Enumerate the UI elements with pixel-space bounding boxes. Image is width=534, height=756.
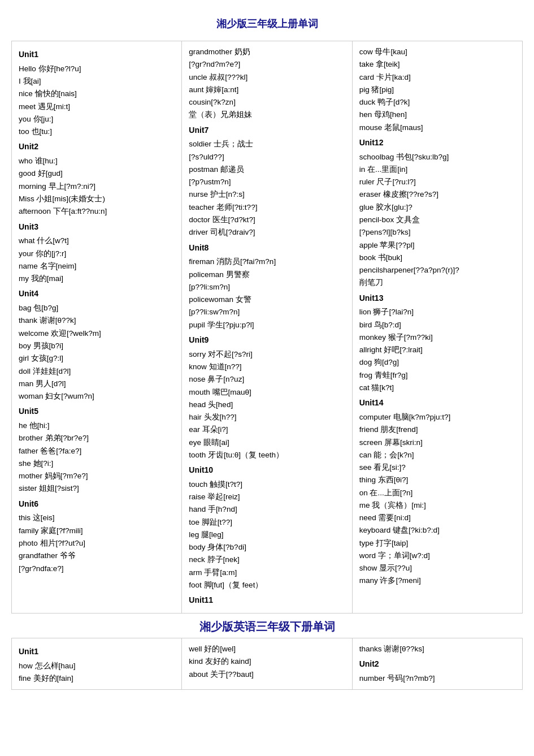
word-line: ruler 尺子[?ru:l?] (359, 176, 515, 188)
bottom-column-2: well 好的[wel]kind 友好的 kaind]about 关于[??ba… (182, 638, 352, 689)
bottom-title: 湘少版英语三年级下册单词 (11, 613, 523, 638)
unit-label: Unit1 (19, 645, 175, 659)
word-line: [?gr?ndfa:e?] (19, 563, 175, 575)
word-line: need 需要[ni:d] (359, 512, 515, 524)
unit-label: Unit5 (19, 405, 175, 418)
page: 湘少版三年级上册单词 Unit1Hello 你好[he?l?u]I 我[ai]n… (0, 0, 534, 707)
word-line: doctor 医生[?d?kt?] (189, 214, 345, 226)
word-line: arm 手臂[a:m] (189, 567, 345, 579)
column-2: grandmother 奶奶[?gr?nd?m?e?]uncle 叔叔[???k… (182, 41, 352, 613)
unit-label: Unit3 (19, 221, 175, 234)
word-line: friend 朋友[frend] (359, 424, 515, 436)
word-line: type 打字[taip] (359, 537, 515, 550)
column-3: cow 母牛[kau]take 拿[teik]card 卡片[ka:d]pig … (353, 41, 522, 613)
word-line: toe 脚趾[t??] (189, 516, 345, 529)
word-line: [?gr?nd?m?e?] (189, 58, 345, 71)
unit-label: Unit6 (19, 498, 175, 511)
word-line: driver 司机[?draiv?] (189, 226, 345, 239)
word-line: thing 东西[θi?] (359, 474, 515, 486)
word-line: my 我的[mai] (19, 273, 175, 285)
word-line: hen 母鸡[hen] (359, 109, 515, 121)
word-line: pig 猪[pig] (359, 84, 515, 96)
word-line: kind 友好的 kaind] (189, 655, 345, 668)
word-line: sorry 对不起[?s?ri] (189, 348, 345, 361)
word-line: duck 鸭子[d?k] (359, 96, 515, 109)
word-line: screen 屏幕[skri:n] (359, 437, 515, 449)
unit-label: Unit2 (359, 658, 515, 671)
word-line: [p??li:sm?n] (189, 281, 345, 293)
word-line: family 家庭[?f?mili] (19, 525, 175, 537)
bottom-column-3: thanks 谢谢[θ??ks]Unit2number 号码[?n?mb?] (353, 638, 522, 689)
word-line: book 书[buk] (359, 252, 515, 264)
word-line: eraser 橡皮擦[??re?s?] (359, 188, 515, 201)
word-line: your 你的[j?:r] (19, 248, 175, 260)
unit-label: Unit7 (189, 124, 345, 137)
word-line: lion 狮子[?lai?n] (359, 306, 515, 318)
word-line: pupil 学生[?pju:p?l] (189, 319, 345, 331)
unit-label: Unit4 (19, 287, 175, 301)
word-line: [p??li:sw?m?n] (189, 306, 345, 318)
word-line: what 什么[w?t] (19, 235, 175, 247)
word-line: woman 妇女[?wum?n] (19, 390, 175, 403)
word-line: too 也[tu:] (19, 126, 175, 138)
unit-label: Unit9 (189, 334, 345, 347)
word-line: you 你[ju:] (19, 113, 175, 126)
word-line: card 卡片[ka:d] (359, 71, 515, 84)
word-line: apple 苹果[??pl] (359, 239, 515, 252)
word-line: leg 腿[leg] (189, 529, 345, 541)
top-columns: Unit1Hello 你好[he?l?u]I 我[ai]nice 愉快的[nai… (11, 41, 523, 613)
bottom-column-1: Unit1how 怎么样[hau]fine 美好的[fain] (12, 638, 182, 689)
word-line: dog 狗[d?g] (359, 356, 515, 369)
word-line: pencil-box 文具盒 (359, 214, 515, 226)
word-line: touch 触摸[t?t?] (189, 478, 345, 491)
word-line: [?s?uld??] (189, 151, 345, 163)
word-line: Hello 你好[he?l?u] (19, 63, 175, 75)
word-line: in 在...里面[in] (359, 163, 515, 176)
word-line: computer 电脑[k?m?pju:t?] (359, 411, 515, 424)
word-line: pencilsharpener[??a?pn?(r)]? (359, 264, 515, 277)
word-line: uncle 叔叔[???kl] (189, 71, 345, 84)
word-line: teacher 老师[?ti:t??] (189, 201, 345, 214)
word-line: welcome 欢迎[?welk?m] (19, 327, 175, 340)
word-line: hand 手[h?nd] (189, 503, 345, 516)
unit-label: Unit8 (189, 241, 345, 255)
word-line: on 在...上面[?n] (359, 487, 515, 499)
word-line: she 她[?i:] (19, 457, 175, 470)
word-line: show 显示[??u] (359, 562, 515, 574)
word-line: ear 耳朵[i?] (189, 424, 345, 436)
word-line: soldier 士兵；战士 (189, 138, 345, 150)
word-line: number 号码[?n?mb?] (359, 672, 515, 685)
word-line: mouth 嘴巴[mauθ] (189, 386, 345, 399)
word-line: glue 胶水[glu:]? (359, 201, 515, 214)
word-line: he 他[hi:] (19, 420, 175, 432)
word-line: keyboard 键盘[?ki:b?:d] (359, 524, 515, 537)
word-line: grandmother 奶奶 (189, 46, 345, 58)
word-line: me 我（宾格）[mi:] (359, 499, 515, 512)
unit-label: Unit10 (189, 464, 345, 477)
word-line: man 男人[d?l] (19, 378, 175, 390)
word-line: schoolbag 书包[?sku:lb?g] (359, 151, 515, 163)
unit-label: Unit11 (189, 594, 345, 607)
word-line: can 能；会[k?n] (359, 449, 515, 461)
word-line: raise 举起[reiz] (189, 491, 345, 503)
word-line: 削笔刀 (359, 277, 515, 289)
word-line: good 好[gud] (19, 167, 175, 180)
word-line: nose 鼻子[n?uz] (189, 373, 345, 386)
word-line: take 拿[teik] (359, 58, 515, 71)
word-line: head 头[hed] (189, 399, 345, 411)
word-line: father 爸爸[?fa:e?] (19, 445, 175, 457)
word-line: [?p?ustm?n] (189, 176, 345, 188)
word-line: see 看见[si:]? (359, 461, 515, 474)
word-line: cat 猫[k?t] (359, 382, 515, 394)
word-line: Miss 小姐[mis](未婚女士) (19, 193, 175, 205)
word-line: fine 美好的[fain] (19, 672, 175, 685)
word-line: policeman 男警察 (189, 269, 345, 281)
word-line: many 许多[?meni] (359, 574, 515, 587)
word-line: policewoman 女警 (189, 293, 345, 306)
word-line: frog 青蛙[fr?g] (359, 369, 515, 382)
word-line: I 我[ai] (19, 75, 175, 88)
word-line: thanks 谢谢[θ??ks] (359, 643, 515, 655)
word-line: 堂（表）兄弟姐妹 (189, 109, 345, 121)
word-line: mother 妈妈[?m?e?] (19, 470, 175, 482)
word-line: cousin[?k?zn] (189, 96, 345, 109)
